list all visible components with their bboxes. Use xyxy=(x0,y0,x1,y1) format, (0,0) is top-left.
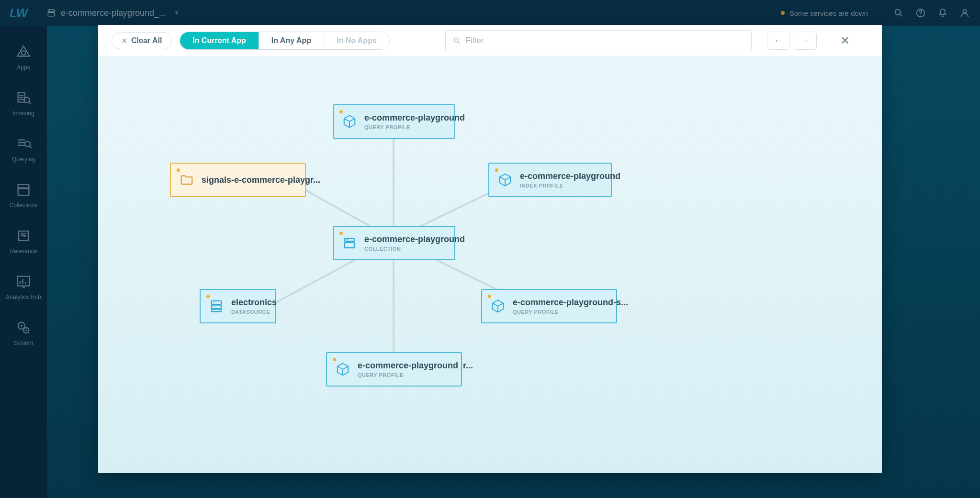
cube-icon xyxy=(336,362,350,377)
node-collection-center[interactable]: e-commerce-playground COLLECTION xyxy=(333,226,455,260)
scope-segmented-control: In Current App In Any App In No Apps xyxy=(180,32,390,50)
graph-canvas[interactable]: e-commerce-playground QUERY PROFILE sign… xyxy=(98,56,882,473)
cube-icon xyxy=(498,172,512,188)
clear-all-button[interactable]: ✕ Clear All xyxy=(112,32,172,49)
node-index-profile[interactable]: e-commerce-playground INDEX PROFILE xyxy=(488,163,612,197)
status-dot-icon xyxy=(177,168,180,172)
folder-icon xyxy=(180,172,194,188)
scope-any-app[interactable]: In Any App xyxy=(259,32,324,49)
status-dot-icon xyxy=(206,295,210,298)
filter-input[interactable] xyxy=(466,36,744,45)
close-icon: ✕ xyxy=(122,37,127,44)
node-query-profile-top[interactable]: e-commerce-playground QUERY PROFILE xyxy=(333,104,455,139)
close-modal-button[interactable]: ✕ xyxy=(838,33,852,48)
node-query-profile-s[interactable]: e-commerce-playground-s... QUERY PROFILE xyxy=(481,289,617,323)
arrow-right-icon: → xyxy=(800,35,810,46)
arrow-left-icon: ← xyxy=(774,35,783,46)
node-datasource[interactable]: electronics DATASOURCE xyxy=(200,289,276,323)
back-button[interactable]: ← xyxy=(767,32,790,50)
graph-edges xyxy=(98,56,882,473)
status-dot-icon xyxy=(488,295,491,298)
status-dot-icon xyxy=(339,110,343,113)
scope-no-apps[interactable]: In No Apps xyxy=(324,32,389,49)
node-signals-folder[interactable]: signals-e-commerce-playgr... xyxy=(170,163,306,197)
history-nav: ← → xyxy=(767,32,817,50)
close-icon: ✕ xyxy=(840,34,850,47)
search-icon xyxy=(452,36,461,45)
object-explorer-modal: ✕ Clear All In Current App In Any App In… xyxy=(98,25,882,473)
server-icon xyxy=(209,299,224,314)
status-dot-icon xyxy=(339,232,343,235)
modal-toolbar: ✕ Clear All In Current App In Any App In… xyxy=(98,25,882,56)
cube-icon xyxy=(342,114,357,129)
status-dot-icon xyxy=(333,358,336,361)
status-dot-icon xyxy=(495,168,498,172)
stack-icon xyxy=(342,235,357,251)
cube-icon xyxy=(491,299,505,314)
node-query-profile-r[interactable]: e-commerce-playground_r... QUERY PROFILE xyxy=(326,352,462,387)
scope-current-app[interactable]: In Current App xyxy=(180,32,259,49)
filter-input-wrapper[interactable] xyxy=(445,30,752,51)
forward-button[interactable]: → xyxy=(794,32,817,50)
